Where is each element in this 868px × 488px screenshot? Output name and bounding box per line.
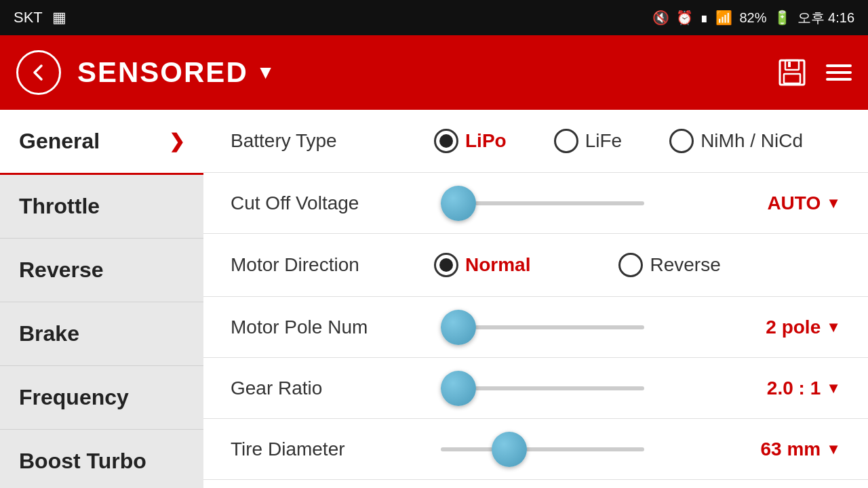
gear-ratio-label: Gear Ratio xyxy=(231,378,420,399)
tire-diameter-label: Tire Diameter xyxy=(231,439,420,460)
radio-lipo[interactable]: LiPo xyxy=(434,129,507,153)
cut-off-voltage-thumb[interactable] xyxy=(441,186,476,221)
header: SENSORED ▼ xyxy=(0,35,868,110)
battery-type-row: Battery Type LiPo LiFe NiMh / NiCd xyxy=(203,110,868,173)
status-bar: SKT ▦ 🔇 ⏰ ∎ 📶 82% 🔋 오후 4:16 xyxy=(0,0,868,35)
header-title-text: SENSORED xyxy=(77,56,248,89)
radio-label-lipo: LiPo xyxy=(465,130,507,152)
radio-reverse-dir[interactable]: Reverse xyxy=(618,253,720,277)
sidebar-label-throttle: Throttle xyxy=(19,194,100,219)
tire-diameter-track[interactable] xyxy=(441,447,644,451)
sidebar-arrow-general: ❯ xyxy=(169,130,184,152)
radio-circle-life xyxy=(554,129,578,153)
battery-icon: 🔋 xyxy=(774,9,791,26)
cut-off-voltage-track[interactable] xyxy=(441,201,644,205)
motor-pole-controls: 2 pole ▼ xyxy=(434,317,841,338)
battery-type-controls: LiPo LiFe NiMh / NiCd xyxy=(434,129,841,153)
sidebar: General ❯ Throttle Reverse Brake Frequen… xyxy=(0,110,203,488)
tire-diameter-row: Tire Diameter 63 mm ▼ xyxy=(203,419,868,480)
content-panel: Battery Type LiPo LiFe NiMh / NiCd C xyxy=(203,110,868,488)
carrier-label: SKT xyxy=(14,9,43,26)
sidebar-item-brake[interactable]: Brake xyxy=(0,302,203,366)
header-icons xyxy=(777,58,852,87)
menu-button[interactable] xyxy=(826,64,852,81)
cut-off-voltage-slider-container xyxy=(434,201,698,205)
motor-pole-text: 2 pole xyxy=(766,317,821,338)
motor-pole-label: Motor Pole Num xyxy=(231,317,420,338)
gear-ratio-row: Gear Ratio 2.0 : 1 ▼ xyxy=(203,358,868,419)
gear-ratio-value[interactable]: 2.0 : 1 ▼ xyxy=(719,378,841,399)
gear-ratio-text: 2.0 : 1 xyxy=(767,378,821,399)
sidebar-item-throttle[interactable]: Throttle xyxy=(0,175,203,239)
gear-ratio-track[interactable] xyxy=(441,386,644,390)
sidebar-label-reverse: Reverse xyxy=(19,258,104,283)
motor-pole-track[interactable] xyxy=(441,325,644,329)
sidebar-item-boost-turbo[interactable]: Boost Turbo xyxy=(0,430,203,488)
cut-off-voltage-row: Cut Off Voltage AUTO ▼ xyxy=(203,173,868,234)
sidebar-item-frequency[interactable]: Frequency xyxy=(0,366,203,430)
radio-circle-lipo xyxy=(434,129,458,153)
motor-pole-dropdown-arrow[interactable]: ▼ xyxy=(826,319,841,336)
sidebar-label-frequency: Frequency xyxy=(19,385,129,410)
cut-off-voltage-controls: AUTO ▼ xyxy=(434,192,841,214)
header-title-dropdown-arrow[interactable]: ▼ xyxy=(256,62,277,83)
motor-direction-controls: Normal Reverse xyxy=(434,253,841,277)
tire-diameter-dropdown-arrow[interactable]: ▼ xyxy=(826,441,841,458)
sidebar-label-boost-turbo: Boost Turbo xyxy=(19,449,146,474)
radio-label-nimh: NiMh / NiCd xyxy=(701,130,803,152)
hamburger-line-2 xyxy=(826,71,852,74)
gear-ratio-slider-container xyxy=(434,386,698,390)
status-left: SKT ▦ xyxy=(14,9,66,26)
radio-nimh[interactable]: NiMh / NiCd xyxy=(669,129,803,153)
radio-normal[interactable]: Normal xyxy=(434,253,530,277)
gallery-icon: ▦ xyxy=(52,9,66,26)
tire-diameter-thumb[interactable] xyxy=(492,432,527,467)
hamburger-line-3 xyxy=(826,78,852,81)
cut-off-voltage-dropdown-arrow[interactable]: ▼ xyxy=(826,195,841,212)
wifi-icon: ∎ xyxy=(700,9,709,26)
radio-circle-nimh xyxy=(669,129,694,153)
sidebar-label-brake: Brake xyxy=(19,321,79,346)
cut-off-voltage-text: AUTO xyxy=(767,192,821,214)
back-button[interactable] xyxy=(16,50,61,95)
gear-ratio-thumb[interactable] xyxy=(441,371,476,406)
save-icon[interactable] xyxy=(777,58,807,87)
signal-icon: 📶 xyxy=(715,9,732,26)
motor-direction-label: Motor Direction xyxy=(231,254,420,276)
cut-off-voltage-value[interactable]: AUTO ▼ xyxy=(719,192,841,214)
status-right: 🔇 ⏰ ∎ 📶 82% 🔋 오후 4:16 xyxy=(652,9,854,27)
cut-off-voltage-label: Cut Off Voltage xyxy=(231,192,420,214)
tire-diameter-controls: 63 mm ▼ xyxy=(434,439,841,460)
svg-rect-2 xyxy=(784,74,800,83)
radio-label-life: LiFe xyxy=(585,130,622,152)
motor-pole-value[interactable]: 2 pole ▼ xyxy=(719,317,841,338)
radio-label-reverse-dir: Reverse xyxy=(650,254,720,276)
tire-diameter-slider-container xyxy=(434,447,698,451)
radio-circle-normal xyxy=(434,253,458,277)
main-layout: General ❯ Throttle Reverse Brake Frequen… xyxy=(0,110,868,488)
radio-label-normal: Normal xyxy=(465,254,530,276)
sidebar-item-reverse[interactable]: Reverse xyxy=(0,239,203,302)
alarm-icon: ⏰ xyxy=(676,9,693,26)
battery-type-label: Battery Type xyxy=(231,130,420,152)
svg-rect-3 xyxy=(788,62,791,67)
svg-rect-1 xyxy=(785,60,799,70)
radio-circle-reverse-dir xyxy=(618,253,643,277)
time-label: 오후 4:16 xyxy=(797,9,854,27)
tire-diameter-value[interactable]: 63 mm ▼ xyxy=(719,439,841,460)
gear-ratio-dropdown-arrow[interactable]: ▼ xyxy=(826,380,841,397)
battery-percent: 82% xyxy=(739,10,766,26)
motor-pole-thumb[interactable] xyxy=(441,310,476,345)
sidebar-item-general[interactable]: General ❯ xyxy=(0,110,203,175)
gear-ratio-controls: 2.0 : 1 ▼ xyxy=(434,378,841,399)
header-title-container: SENSORED ▼ xyxy=(77,56,761,89)
motor-direction-row: Motor Direction Normal Reverse xyxy=(203,234,868,297)
tire-diameter-text: 63 mm xyxy=(761,439,821,460)
radio-life[interactable]: LiFe xyxy=(554,129,622,153)
mute-icon: 🔇 xyxy=(652,9,669,26)
hamburger-line-1 xyxy=(826,64,852,67)
motor-pole-slider-container xyxy=(434,325,698,329)
sidebar-label-general: General xyxy=(19,129,100,154)
motor-pole-row: Motor Pole Num 2 pole ▼ xyxy=(203,297,868,358)
